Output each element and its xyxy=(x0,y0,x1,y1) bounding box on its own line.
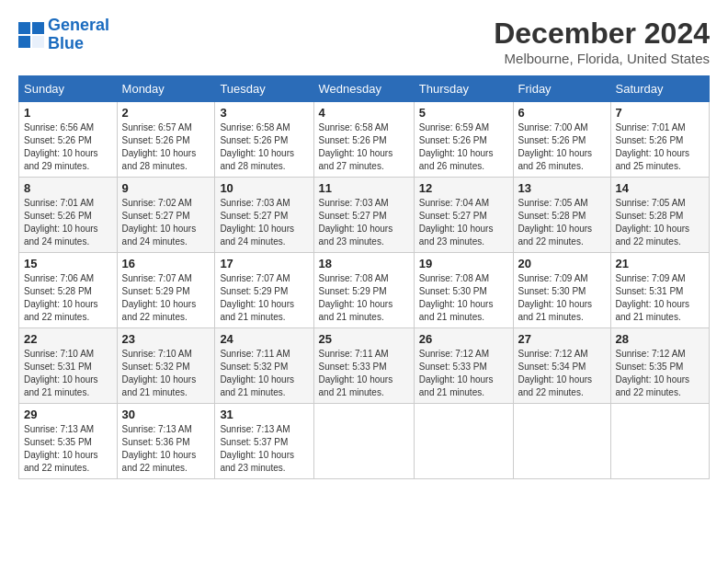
day-number: 2 xyxy=(122,106,210,120)
day-info: Sunrise: 7:08 AM Sunset: 5:29 PM Dayligh… xyxy=(319,272,409,324)
header-cell-monday: Monday xyxy=(117,76,215,102)
day-number: 27 xyxy=(518,332,606,346)
calendar-page: General Blue December 2024 Melbourne, Fl… xyxy=(0,0,728,563)
day-cell: 16Sunrise: 7:07 AM Sunset: 5:29 PM Dayli… xyxy=(117,253,215,328)
day-cell: 5Sunrise: 6:59 AM Sunset: 5:26 PM Daylig… xyxy=(414,102,513,178)
day-number: 22 xyxy=(24,332,112,346)
day-number: 29 xyxy=(24,408,112,421)
day-info: Sunrise: 7:00 AM Sunset: 5:26 PM Dayligh… xyxy=(518,121,606,173)
day-info: Sunrise: 7:09 AM Sunset: 5:31 PM Dayligh… xyxy=(616,272,705,324)
day-number: 21 xyxy=(616,257,705,270)
svg-rect-0 xyxy=(18,22,30,34)
day-number: 3 xyxy=(220,106,308,120)
day-number: 30 xyxy=(122,408,210,421)
day-cell: 3Sunrise: 6:58 AM Sunset: 5:26 PM Daylig… xyxy=(215,102,313,178)
day-info: Sunrise: 7:02 AM Sunset: 5:27 PM Dayligh… xyxy=(122,197,210,248)
day-info: Sunrise: 7:13 AM Sunset: 5:35 PM Dayligh… xyxy=(24,423,112,475)
day-info: Sunrise: 7:03 AM Sunset: 5:27 PM Dayligh… xyxy=(319,197,409,248)
day-number: 25 xyxy=(319,332,409,346)
day-cell: 14Sunrise: 7:05 AM Sunset: 5:28 PM Dayli… xyxy=(610,178,710,253)
day-info: Sunrise: 6:59 AM Sunset: 5:26 PM Dayligh… xyxy=(419,121,508,173)
day-number: 17 xyxy=(220,257,308,270)
svg-rect-2 xyxy=(18,36,30,48)
day-cell: 19Sunrise: 7:08 AM Sunset: 5:30 PM Dayli… xyxy=(414,253,513,328)
day-info: Sunrise: 7:10 AM Sunset: 5:32 PM Dayligh… xyxy=(122,348,210,399)
day-cell: 29Sunrise: 7:13 AM Sunset: 5:35 PM Dayli… xyxy=(19,404,118,479)
day-info: Sunrise: 7:13 AM Sunset: 5:37 PM Dayligh… xyxy=(220,423,308,475)
day-cell: 23Sunrise: 7:10 AM Sunset: 5:32 PM Dayli… xyxy=(117,328,215,404)
day-cell: 30Sunrise: 7:13 AM Sunset: 5:36 PM Dayli… xyxy=(117,404,215,479)
day-cell: 22Sunrise: 7:10 AM Sunset: 5:31 PM Dayli… xyxy=(19,328,118,404)
day-cell: 12Sunrise: 7:04 AM Sunset: 5:27 PM Dayli… xyxy=(414,178,513,253)
day-info: Sunrise: 7:08 AM Sunset: 5:30 PM Dayligh… xyxy=(419,272,508,324)
week-row-4: 22Sunrise: 7:10 AM Sunset: 5:31 PM Dayli… xyxy=(19,328,710,404)
day-cell xyxy=(414,404,513,479)
day-number: 24 xyxy=(220,332,308,346)
day-cell: 1Sunrise: 6:56 AM Sunset: 5:26 PM Daylig… xyxy=(19,102,118,178)
day-cell: 20Sunrise: 7:09 AM Sunset: 5:30 PM Dayli… xyxy=(513,253,610,328)
day-info: Sunrise: 7:11 AM Sunset: 5:32 PM Dayligh… xyxy=(220,348,308,399)
day-number: 8 xyxy=(24,181,112,195)
day-cell: 10Sunrise: 7:03 AM Sunset: 5:27 PM Dayli… xyxy=(215,178,313,253)
day-info: Sunrise: 7:01 AM Sunset: 5:26 PM Dayligh… xyxy=(616,121,705,173)
day-number: 28 xyxy=(616,332,705,346)
day-info: Sunrise: 6:58 AM Sunset: 5:26 PM Dayligh… xyxy=(319,121,409,173)
day-number: 4 xyxy=(319,106,409,120)
title-block: December 2024 Melbourne, Florida, United… xyxy=(494,17,710,66)
header-cell-friday: Friday xyxy=(513,76,610,102)
day-number: 26 xyxy=(419,332,508,346)
day-cell: 26Sunrise: 7:12 AM Sunset: 5:33 PM Dayli… xyxy=(414,328,513,404)
day-info: Sunrise: 7:05 AM Sunset: 5:28 PM Dayligh… xyxy=(616,197,705,248)
day-number: 19 xyxy=(419,257,508,270)
logo: General Blue xyxy=(18,17,109,53)
day-cell: 25Sunrise: 7:11 AM Sunset: 5:33 PM Dayli… xyxy=(313,328,414,404)
day-cell: 31Sunrise: 7:13 AM Sunset: 5:37 PM Dayli… xyxy=(215,404,313,479)
day-info: Sunrise: 7:05 AM Sunset: 5:28 PM Dayligh… xyxy=(518,197,606,248)
day-cell: 18Sunrise: 7:08 AM Sunset: 5:29 PM Dayli… xyxy=(313,253,414,328)
header: General Blue December 2024 Melbourne, Fl… xyxy=(18,17,710,66)
week-row-5: 29Sunrise: 7:13 AM Sunset: 5:35 PM Dayli… xyxy=(19,404,710,479)
day-info: Sunrise: 7:12 AM Sunset: 5:34 PM Dayligh… xyxy=(518,348,606,399)
day-number: 11 xyxy=(319,181,409,195)
main-title: December 2024 xyxy=(494,17,710,51)
day-cell xyxy=(313,404,414,479)
day-cell xyxy=(610,404,710,479)
logo-icon xyxy=(18,22,44,48)
svg-rect-4 xyxy=(32,36,44,48)
day-info: Sunrise: 7:10 AM Sunset: 5:31 PM Dayligh… xyxy=(24,348,112,399)
day-info: Sunrise: 6:56 AM Sunset: 5:26 PM Dayligh… xyxy=(24,121,112,173)
day-cell: 7Sunrise: 7:01 AM Sunset: 5:26 PM Daylig… xyxy=(610,102,710,178)
day-info: Sunrise: 7:01 AM Sunset: 5:26 PM Dayligh… xyxy=(24,197,112,248)
day-info: Sunrise: 7:12 AM Sunset: 5:33 PM Dayligh… xyxy=(419,348,508,399)
svg-rect-1 xyxy=(32,22,44,34)
day-info: Sunrise: 7:09 AM Sunset: 5:30 PM Dayligh… xyxy=(518,272,606,324)
week-row-2: 8Sunrise: 7:01 AM Sunset: 5:26 PM Daylig… xyxy=(19,178,710,253)
day-cell: 17Sunrise: 7:07 AM Sunset: 5:29 PM Dayli… xyxy=(215,253,313,328)
week-row-3: 15Sunrise: 7:06 AM Sunset: 5:28 PM Dayli… xyxy=(19,253,710,328)
day-info: Sunrise: 7:11 AM Sunset: 5:33 PM Dayligh… xyxy=(319,348,409,399)
day-info: Sunrise: 7:07 AM Sunset: 5:29 PM Dayligh… xyxy=(122,272,210,324)
day-number: 31 xyxy=(220,408,308,421)
week-row-1: 1Sunrise: 6:56 AM Sunset: 5:26 PM Daylig… xyxy=(19,102,710,178)
day-cell: 2Sunrise: 6:57 AM Sunset: 5:26 PM Daylig… xyxy=(117,102,215,178)
day-cell: 13Sunrise: 7:05 AM Sunset: 5:28 PM Dayli… xyxy=(513,178,610,253)
day-cell: 6Sunrise: 7:00 AM Sunset: 5:26 PM Daylig… xyxy=(513,102,610,178)
day-number: 1 xyxy=(24,106,112,120)
header-cell-wednesday: Wednesday xyxy=(313,76,414,102)
day-number: 16 xyxy=(122,257,210,270)
day-info: Sunrise: 7:06 AM Sunset: 5:28 PM Dayligh… xyxy=(24,272,112,324)
day-number: 9 xyxy=(122,181,210,195)
subtitle: Melbourne, Florida, United States xyxy=(494,51,710,66)
day-info: Sunrise: 7:07 AM Sunset: 5:29 PM Dayligh… xyxy=(220,272,308,324)
day-cell: 21Sunrise: 7:09 AM Sunset: 5:31 PM Dayli… xyxy=(610,253,710,328)
day-number: 13 xyxy=(518,181,606,195)
day-cell: 9Sunrise: 7:02 AM Sunset: 5:27 PM Daylig… xyxy=(117,178,215,253)
day-number: 10 xyxy=(220,181,308,195)
logo-line1: General xyxy=(48,16,109,34)
day-cell: 8Sunrise: 7:01 AM Sunset: 5:26 PM Daylig… xyxy=(19,178,118,253)
day-cell: 28Sunrise: 7:12 AM Sunset: 5:35 PM Dayli… xyxy=(610,328,710,404)
day-cell: 11Sunrise: 7:03 AM Sunset: 5:27 PM Dayli… xyxy=(313,178,414,253)
day-info: Sunrise: 7:12 AM Sunset: 5:35 PM Dayligh… xyxy=(616,348,705,399)
logo-line2: Blue xyxy=(48,34,84,52)
day-cell: 4Sunrise: 6:58 AM Sunset: 5:26 PM Daylig… xyxy=(313,102,414,178)
